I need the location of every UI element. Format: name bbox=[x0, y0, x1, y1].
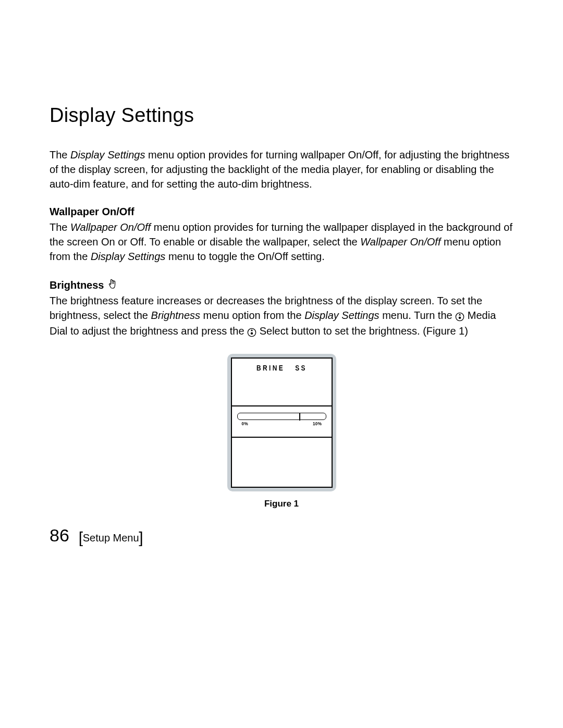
document-page: Display Settings The Display Settings me… bbox=[0, 0, 563, 728]
slider-labels: 0% 10% bbox=[241, 421, 322, 426]
device-screen: BRINE SS 0% 10% bbox=[231, 357, 333, 488]
text: SS bbox=[295, 364, 307, 372]
section-heading: Wallpaper On/Off bbox=[50, 206, 134, 218]
text: BRINE bbox=[256, 364, 285, 372]
screen-header: BRINE SS bbox=[232, 359, 332, 406]
brightness-slider bbox=[237, 413, 326, 420]
page-footer: 86 [ Setup Menu ] bbox=[50, 525, 143, 546]
slider-max-label: 10% bbox=[312, 421, 322, 426]
screen-title: BRINE SS bbox=[239, 359, 324, 372]
text-emphasis: Wallpaper On/Off bbox=[360, 236, 440, 248]
bracket-open: [ bbox=[79, 529, 83, 546]
page-title: Display Settings bbox=[50, 104, 513, 127]
intro-paragraph: The Display Settings menu option provide… bbox=[50, 147, 513, 191]
slider-min-label: 0% bbox=[241, 421, 248, 426]
text: Select button to set the brightness. (Fi… bbox=[260, 325, 468, 337]
device-frame: BRINE SS 0% 10% bbox=[227, 354, 336, 491]
text: menu to toggle the On/Off setting. bbox=[165, 251, 324, 262]
text: The bbox=[50, 149, 70, 161]
media-dial-icon bbox=[455, 309, 464, 324]
section-name: Setup Menu bbox=[83, 532, 139, 544]
bracket-close: ] bbox=[139, 529, 143, 546]
text-emphasis: Display Settings bbox=[70, 149, 145, 161]
svg-point-1 bbox=[459, 317, 461, 319]
wallpaper-paragraph: The Wallpaper On/Off menu option provide… bbox=[50, 220, 513, 264]
brightness-paragraph: The brightness feature increases or decr… bbox=[50, 293, 513, 339]
wallpaper-section: Wallpaper On/Off The Wallpaper On/Off me… bbox=[50, 206, 513, 264]
text-emphasis: Brightness bbox=[151, 310, 201, 321]
text-emphasis: Display Settings bbox=[91, 251, 165, 262]
page-number: 86 bbox=[50, 525, 69, 546]
screen-slider-area: 0% 10% bbox=[232, 406, 332, 438]
brightness-section: Brightness The brightness feature increa… bbox=[50, 278, 513, 339]
footer-section: [ Setup Menu ] bbox=[79, 528, 143, 544]
text-emphasis: Display Settings bbox=[304, 310, 379, 321]
text: menu option from the bbox=[200, 310, 304, 321]
section-heading: Brightness bbox=[50, 279, 104, 291]
touch-icon bbox=[106, 278, 119, 292]
text: menu. Turn the bbox=[380, 310, 456, 321]
figure-1: BRINE SS 0% 10% Figure 1 bbox=[50, 354, 513, 509]
text: The bbox=[50, 221, 70, 233]
slider-thumb bbox=[299, 413, 300, 421]
select-button-icon bbox=[247, 325, 256, 339]
svg-point-3 bbox=[251, 332, 253, 335]
figure-caption: Figure 1 bbox=[50, 499, 513, 509]
text-emphasis: Wallpaper On/Off bbox=[70, 221, 151, 233]
